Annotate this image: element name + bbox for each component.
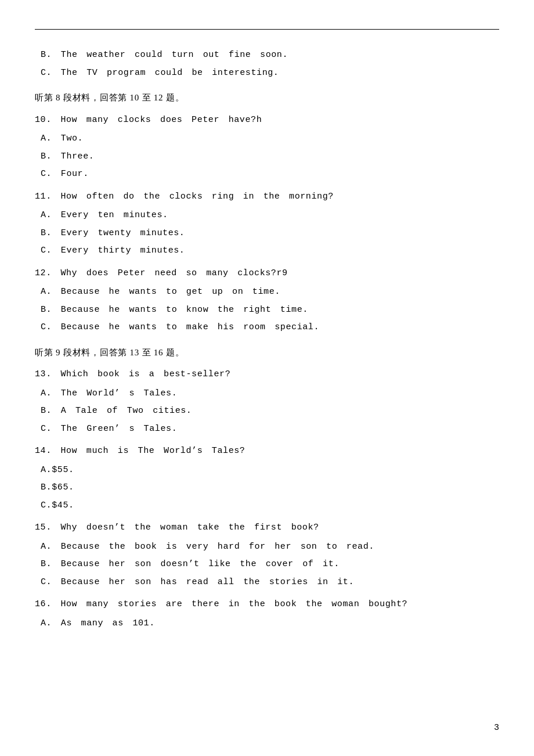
option-line: A. Every ten minutes. [41,207,499,224]
content-area: B. The weather could turn out fine soon.… [35,47,499,632]
section-header: 听第 8 段材料，回答第 10 至 12 题。 [35,89,499,106]
option-line: B. Because her son doesn’t like the cove… [41,556,499,573]
question-line: 13. Which book is a best-seller? [35,366,499,383]
option-line: A. Because the book is very hard for her… [41,539,499,556]
option-line: B. Every twenty minutes. [41,225,499,242]
option-line: C.$45. [41,498,499,514]
section-header: 听第 9 段材料，回答第 13 至 16 题。 [35,344,499,361]
option-line: B. The weather could turn out fine soon. [41,47,499,64]
page-number: 3 [494,723,499,733]
option-line: A. Two. [41,131,499,147]
option-line: A. As many as 101. [41,615,499,632]
option-line: B. A Tale of Two cities. [41,403,499,420]
option-line: C. Because he wants to make his room spe… [41,319,499,336]
question-line: 12. Why does Peter need so many clocks?r… [35,265,499,282]
option-line: B. Because he wants to know the right ti… [41,302,499,319]
question-line: 10. How many clocks does Peter have?h [35,112,499,129]
option-line: A. Because he wants to get up on time. [41,284,499,301]
question-line: 11. How often do the clocks ring in the … [35,189,499,206]
option-line: C. Four. [41,166,499,183]
option-line: C. The Green’ s Tales. [41,421,499,438]
option-line: A. The World’ s Tales. [41,386,499,402]
question-line: 14. How much is The World’s Tales? [35,443,499,460]
option-line: B. Three. [41,149,499,165]
option-line: C. The TV program could be interesting. [41,65,499,82]
question-line: 16. How many stories are there in the bo… [35,596,499,613]
option-line: C. Every thirty minutes. [41,243,499,260]
option-line: A.$55. [41,462,499,479]
top-divider [35,29,499,30]
option-line: B.$65. [41,480,499,496]
option-line: C. Because her son has read all the stor… [41,574,499,591]
question-line: 15. Why doesn’t the woman take the first… [35,520,499,537]
